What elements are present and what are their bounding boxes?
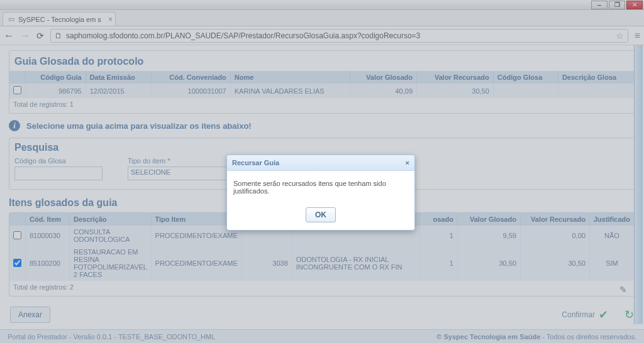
dialog-title: Recursar Guia: [232, 159, 279, 166]
dialog-body: Somente serão recursados itens que tenha…: [227, 171, 414, 204]
dialog-recursar-guia: Recursar Guia × Somente serão recursados…: [226, 155, 415, 231]
dialog-titlebar: Recursar Guia ×: [227, 155, 414, 171]
dialog-close-icon[interactable]: ×: [406, 159, 409, 166]
dialog-ok-button[interactable]: OK: [306, 207, 336, 222]
